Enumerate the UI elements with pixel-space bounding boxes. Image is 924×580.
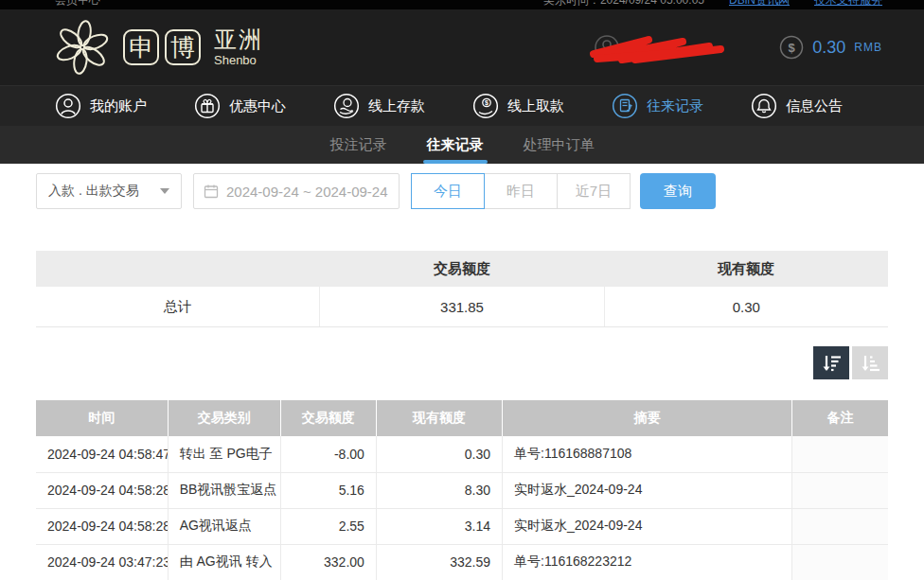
summary-header-current-balance: 现有额度 [604,251,888,287]
date-range-input[interactable]: 2024-09-24 ~ 2024-09-24 [193,173,400,209]
transaction-type-value: 入款 . 出款交易 [48,183,139,200]
summary-header-row: 交易额度 现有额度 [36,251,888,287]
search-button[interactable]: 查询 [640,173,716,209]
cell-amount: 2.55 [280,508,376,544]
page: 会员中心 美东时间：2024/09/24 05:00:05 DBiN资讯网 技术… [0,0,924,580]
sort-asc-icon [859,352,881,375]
summary-total-row: 总计 331.85 0.30 [36,287,888,326]
summary-header-empty [36,251,320,287]
sub-tabs: 投注记录 往来记录 处理中订单 [0,126,924,164]
cell-type: 由 AG视讯 转入 [168,544,280,580]
sort-desc-button[interactable] [813,346,849,379]
nav-item-promotions[interactable]: 优惠中心 [194,93,286,119]
today-button[interactable]: 今日 [411,173,485,209]
cell-time: 2024-09-24 04:58:47 [36,436,168,472]
support-link[interactable]: 技术支持服务 [814,0,882,7]
topbar: 会员中心 美东时间：2024/09/24 05:00:05 DBiN资讯网 技术… [0,0,924,9]
deposit-icon [333,93,360,119]
header: 申 博 亚洲 Shenbo [0,9,924,85]
summary-total-label: 总计 [36,287,320,326]
cell-memo: 单号:116168887108 [503,436,792,472]
nav-item-deposit[interactable]: 线上存款 [333,93,425,119]
logo-latin-text: Shenbo [214,54,263,66]
cell-balance: 3.14 [376,508,502,544]
member-center-link[interactable]: 会员中心 [55,0,100,7]
table-row: 2024-09-24 03:47:23 由 AG视讯 转入 332.00 332… [36,544,888,580]
cell-note [792,508,888,544]
lotus-logo-icon [55,20,110,75]
cell-note [792,436,888,472]
cell-note [792,544,888,580]
calendar-icon [204,184,219,199]
svg-text:$: $ [485,99,489,107]
nav-label: 我的账户 [90,97,147,115]
cell-balance: 8.30 [376,472,502,508]
filter-bar: 入款 . 出款交易 2024-09-24 ~ 2024-09-24 今日 昨日 … [36,173,888,209]
nav-label: 线上取款 [507,97,564,115]
col-header-type: 交易类别 [168,400,280,436]
date-range-value: 2024-09-24 ~ 2024-09-24 [226,184,388,200]
server-time: 美东时间：2024/09/24 05:00:05 [543,0,704,7]
nav-label: 优惠中心 [229,97,286,115]
logo-char-shen: 申 [123,29,159,65]
cell-memo: 单号:116168223212 [503,544,792,580]
brand-logo[interactable]: 申 博 亚洲 Shenbo [55,20,263,75]
summary-current-balance: 0.30 [605,287,888,326]
dollar-icon: $ [779,35,804,60]
sort-desc-icon [820,352,843,375]
cell-amount: -8.00 [280,436,376,472]
transactions-table: 时间 交易类别 交易额度 现有额度 摘要 备注 2024-09-24 04:58… [36,400,888,580]
last7days-button[interactable]: 近7日 [557,173,631,209]
redaction-scribble [588,30,730,66]
nav-label: 信息公告 [786,97,843,115]
cell-type: AG视讯返点 [168,508,280,544]
table-header-row: 时间 交易类别 交易额度 现有额度 摘要 备注 [36,400,888,436]
records-icon [612,93,638,119]
table-row: 2024-09-24 04:58:28 AG视讯返点 2.55 3.14 实时返… [36,508,888,544]
tab-bet-records[interactable]: 投注记录 [327,126,391,164]
summary-header-trade-amount: 交易额度 [320,251,604,287]
col-header-memo: 摘要 [503,400,792,436]
svg-text:$: $ [789,41,796,55]
nav-item-my-account[interactable]: 我的账户 [55,93,147,119]
nav-item-transactions[interactable]: 往来记录 [612,93,703,119]
cell-balance: 0.30 [376,436,502,472]
cell-type: BB视讯骰宝返点 [168,472,280,508]
user-icon [55,93,81,119]
yesterday-button[interactable]: 昨日 [484,173,558,209]
logo-region-text: 亚洲 [214,28,263,51]
withdraw-icon: $ [472,93,499,119]
tab-pending-orders[interactable]: 处理中订单 [520,126,598,164]
balance-amount: 0.30 [812,38,845,58]
col-header-note: 备注 [792,400,888,436]
summary-table: 交易额度 现有额度 总计 331.85 0.30 [36,251,888,327]
bell-icon [751,93,777,119]
balance-currency: RMB [854,41,882,54]
col-header-balance: 现有额度 [376,400,502,436]
cell-time: 2024-09-24 04:58:28 [36,472,168,508]
sort-asc-button[interactable] [852,346,888,379]
nav-label: 往来记录 [647,97,703,115]
main-nav: 我的账户 优惠中心 线上存款 $ [0,85,924,126]
nav-item-withdraw[interactable]: $ 线上取款 [472,93,564,119]
summary-trade-amount: 331.85 [320,287,604,326]
balance-display[interactable]: $ 0.30 RMB [779,35,882,60]
nav-label: 线上存款 [368,97,425,115]
cell-amount: 5.16 [280,472,376,508]
transaction-type-select[interactable]: 入款 . 出款交易 [36,173,182,209]
gift-icon [194,93,221,119]
col-header-amount: 交易额度 [280,400,376,436]
cell-amount: 332.00 [280,544,376,580]
quick-date-group: 今日 昨日 近7日 [411,173,631,209]
news-link[interactable]: DBiN资讯网 [729,0,790,7]
nav-item-announcements[interactable]: 信息公告 [751,93,843,119]
logo-char-bo: 博 [165,29,201,65]
sort-controls [36,346,888,379]
col-header-time: 时间 [36,400,168,436]
user-account-block[interactable] [594,26,736,68]
content: 入款 . 出款交易 2024-09-24 ~ 2024-09-24 今日 昨日 … [0,164,924,580]
tab-transaction-records[interactable]: 往来记录 [423,126,488,164]
cell-balance: 332.59 [376,544,502,580]
cell-type: 转出 至 PG电子 [168,436,280,472]
cell-memo: 实时返水_2024-09-24 [503,472,792,508]
